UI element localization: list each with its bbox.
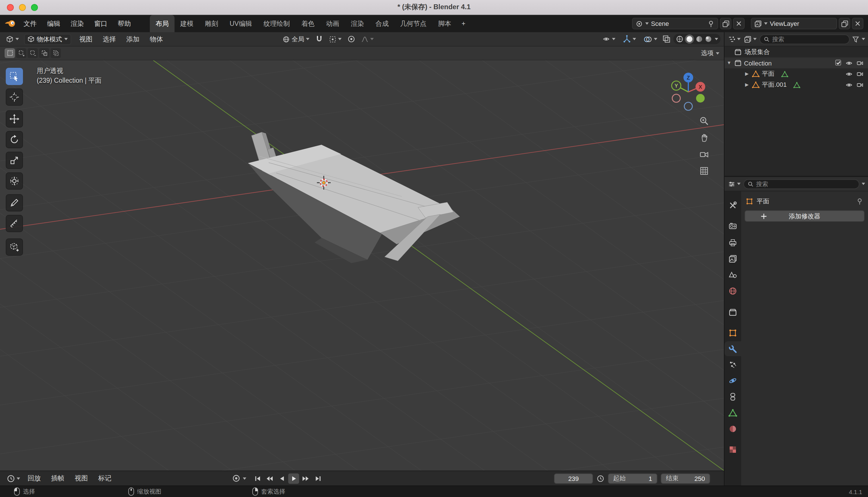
snap-magnet-toggle[interactable] [315, 35, 323, 43]
hide-eye-icon[interactable] [845, 70, 853, 77]
properties-tab-world[interactable] [724, 283, 741, 298]
frame-end-field[interactable]: 结束 250 [661, 473, 710, 483]
frame-start-field[interactable]: 起始 1 [608, 473, 657, 483]
overlays-dropdown[interactable] [641, 36, 660, 43]
gizmo-z-negative[interactable] [684, 102, 692, 110]
workspace-tab-animation[interactable]: 动画 [320, 15, 345, 32]
add-workspace-button[interactable]: + [457, 15, 470, 32]
xray-toggle[interactable] [662, 35, 671, 43]
exclude-checkbox[interactable] [835, 59, 842, 67]
menu-render[interactable]: 渲染 [65, 15, 89, 32]
workspace-tab-compositing[interactable]: 合成 [370, 15, 394, 32]
properties-tab-collection[interactable] [724, 304, 741, 320]
tool-measure[interactable] [6, 215, 23, 232]
expand-icon[interactable]: ▶ [744, 71, 750, 76]
proportional-falloff-dropdown[interactable] [359, 36, 376, 43]
menu-window[interactable]: 窗口 [89, 15, 113, 32]
select-mode-subtract-button[interactable] [28, 48, 38, 58]
pin-icon[interactable] [707, 20, 715, 27]
menu-help[interactable]: 帮助 [113, 15, 136, 32]
workspace-tab-shading[interactable]: 着色 [296, 15, 320, 32]
viewport-menu-view[interactable]: 视图 [74, 32, 98, 46]
mode-selector[interactable]: 物体模式 [24, 33, 71, 44]
shading-wireframe-button[interactable] [676, 35, 684, 43]
properties-editor-dropdown[interactable] [727, 180, 741, 188]
preview-range-clock-icon[interactable] [597, 474, 604, 482]
select-mode-intersect-button[interactable] [50, 48, 61, 58]
new-scene-button[interactable] [720, 18, 731, 29]
jump-to-end-button[interactable] [312, 473, 323, 483]
shading-rendered-button[interactable] [704, 35, 712, 43]
outliner-display-mode-dropdown[interactable] [744, 36, 757, 43]
viewport-canvas[interactable]: 用户透视 (239) Collection | 平面 Z Y X [0, 60, 724, 471]
tool-add-primitive[interactable] [6, 239, 23, 256]
expand-icon[interactable]: ▶ [744, 82, 750, 87]
viewport-menu-select[interactable]: 选择 [98, 32, 121, 46]
tool-move[interactable] [6, 110, 23, 128]
timeline-menu-view[interactable]: 视图 [70, 471, 93, 486]
filter-icon[interactable] [852, 36, 859, 43]
properties-tab-object[interactable] [724, 325, 741, 340]
menu-file[interactable]: 文件 [18, 15, 42, 32]
outliner-search[interactable] [760, 34, 850, 44]
properties-tab-scene[interactable] [724, 267, 741, 282]
editor-type-dropdown[interactable] [3, 35, 21, 43]
outliner-row-plane[interactable]: ▶ 平面 [724, 68, 868, 79]
blender-logo-icon[interactable] [4, 19, 16, 28]
outliner-editor-dropdown[interactable] [727, 36, 741, 43]
workspace-tab-texture-paint[interactable]: 纹理绘制 [258, 15, 296, 32]
next-keyframe-button[interactable] [300, 473, 311, 483]
collapse-icon[interactable]: ▼ [726, 60, 732, 66]
tool-scale[interactable] [6, 152, 23, 169]
gizmo-y-negative[interactable] [696, 94, 705, 102]
timeline-menu-keying[interactable]: 插帧 [46, 471, 70, 486]
workspace-tab-geometry-nodes[interactable]: 几何节点 [394, 15, 432, 32]
jump-to-start-button[interactable] [252, 473, 263, 483]
properties-tab-modifiers[interactable] [724, 341, 741, 356]
workspace-tab-uv-editing[interactable]: UV编辑 [224, 15, 258, 32]
camera-view-button[interactable] [697, 148, 711, 160]
timeline-editor-dropdown[interactable] [4, 474, 23, 482]
gizmos-dropdown[interactable] [621, 35, 638, 43]
workspace-tab-rendering[interactable]: 渲染 [345, 15, 370, 32]
properties-search-input[interactable] [756, 181, 855, 187]
tool-rotate[interactable] [6, 131, 23, 148]
properties-tab-render[interactable] [724, 218, 741, 233]
outliner-row-scene-collection[interactable]: 场景集合 [724, 46, 868, 57]
workspace-tab-modeling[interactable]: 建模 [175, 15, 199, 32]
delete-scene-button[interactable] [733, 18, 745, 29]
play-reverse-button[interactable] [276, 473, 287, 483]
play-button[interactable] [288, 473, 299, 483]
auto-keying-toggle[interactable] [232, 474, 240, 483]
disable-render-camera-icon[interactable] [856, 81, 864, 88]
viewport-menu-add[interactable]: 添加 [121, 32, 145, 46]
hide-eye-icon[interactable] [845, 59, 853, 66]
properties-tab-constraints[interactable] [724, 389, 741, 404]
gizmo-x-negative[interactable] [672, 94, 680, 102]
workspace-tab-sculpting[interactable]: 雕刻 [199, 15, 224, 32]
outliner-row-plane-001[interactable]: ▶ 平面.001 [724, 79, 868, 90]
previous-keyframe-button[interactable] [264, 473, 275, 483]
timeline-menu-marker[interactable]: 标记 [93, 471, 117, 486]
tool-cursor[interactable] [6, 88, 23, 106]
outliner-row-collection[interactable]: ▼ Collection [724, 57, 868, 68]
transform-orientation-dropdown[interactable]: 全局 [280, 35, 312, 43]
tool-transform[interactable] [6, 172, 23, 189]
properties-tab-physics[interactable] [724, 373, 741, 388]
hide-eye-icon[interactable] [845, 81, 853, 88]
select-mode-invert-button[interactable] [39, 48, 49, 58]
select-mode-extend-button[interactable] [16, 48, 26, 58]
properties-tab-material[interactable] [724, 421, 741, 436]
viewlayer-selector[interactable]: ViewLayer [751, 18, 837, 29]
select-mode-set-button[interactable] [4, 48, 15, 58]
workspace-tab-scripting[interactable]: 脚本 [432, 15, 457, 32]
menu-edit[interactable]: 编辑 [42, 15, 65, 32]
scene-selector[interactable]: Scene [632, 18, 718, 29]
disable-render-camera-icon[interactable] [856, 70, 864, 77]
tool-options-dropdown[interactable]: 选项 [701, 49, 719, 57]
properties-tab-particles[interactable] [724, 357, 741, 372]
properties-tab-texture[interactable] [724, 442, 741, 457]
shading-material-button[interactable] [695, 35, 703, 43]
disable-render-camera-icon[interactable] [856, 59, 864, 66]
ortho-toggle-button[interactable] [697, 164, 711, 177]
